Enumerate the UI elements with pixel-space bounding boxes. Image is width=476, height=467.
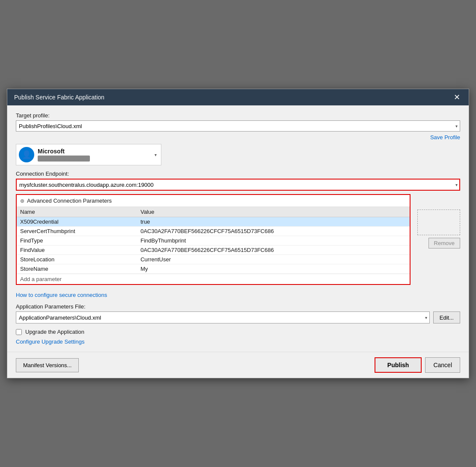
param-name-cell: ServerCertThumbprint xyxy=(17,227,137,236)
close-button[interactable]: ✕ xyxy=(452,93,462,101)
advanced-outer: ⊛ Advanced Connection Parameters Name Va… xyxy=(16,194,460,288)
table-row[interactable]: FindTypeFindByThumbprint xyxy=(17,236,410,245)
param-name-cell: StoreName xyxy=(17,264,137,274)
account-dropdown-arrow-icon: ▾ xyxy=(155,153,157,157)
footer-buttons: Manifest Versions... Publish Cancel xyxy=(7,352,469,378)
cancel-button[interactable]: Cancel xyxy=(425,357,460,373)
remove-button[interactable]: Remove xyxy=(428,238,460,248)
upgrade-checkbox-row: Upgrade the Application xyxy=(16,329,460,335)
manifest-versions-button[interactable]: Manifest Versions... xyxy=(16,358,79,372)
upgrade-checkbox[interactable] xyxy=(16,329,22,335)
title-bar: Publish Service Fabric Application ✕ xyxy=(7,89,469,105)
advanced-section: ⊛ Advanced Connection Parameters Name Va… xyxy=(16,194,411,285)
param-name-cell: X509Credential xyxy=(17,217,137,227)
param-value-cell: 0AC30A2FA770BEF566226CFCF75A6515D73FC686 xyxy=(137,245,410,255)
dashed-box xyxy=(417,210,460,235)
account-email: xxxxxxxxxxxxxxxxxxxx xyxy=(38,156,90,162)
advanced-collapse-icon: ⊛ xyxy=(20,198,24,204)
save-profile-row: Save Profile xyxy=(16,134,460,141)
upgrade-label[interactable]: Upgrade the Application xyxy=(25,329,84,335)
target-profile-select[interactable]: PublishProfiles\Cloud.xmlPublishProfiles… xyxy=(16,120,460,132)
param-name-cell: FindValue xyxy=(17,245,137,255)
param-value-cell: My xyxy=(137,264,410,274)
configure-upgrade-link[interactable]: Configure Upgrade Settings xyxy=(16,338,84,345)
how-to-link[interactable]: How to configure secure connections xyxy=(16,292,107,298)
app-params-label: Application Parameters File: xyxy=(16,303,460,310)
param-table: Name Value X509CredentialtrueServerCertT… xyxy=(17,207,410,274)
publish-dialog: Publish Service Fabric Application ✕ Tar… xyxy=(7,89,469,378)
account-avatar: 👤 xyxy=(19,147,34,162)
advanced-header-label: Advanced Connection Parameters xyxy=(27,198,112,204)
right-panel: Remove xyxy=(414,194,460,248)
table-row[interactable]: X509Credentialtrue xyxy=(17,217,410,227)
target-profile-dropdown-wrap: PublishProfiles\Cloud.xmlPublishProfiles… xyxy=(16,120,460,132)
col-value-header: Value xyxy=(137,207,410,217)
app-params-wrap: ApplicationParameters\Cloud.xml ▾ xyxy=(16,311,430,323)
app-params-row: ApplicationParameters\Cloud.xml ▾ Edit..… xyxy=(16,311,460,323)
param-value-cell: 0AC30A2FA770BEF566226CFCF75A6515D73FC686 xyxy=(137,227,410,236)
dialog-title: Publish Service Fabric Application xyxy=(14,94,104,101)
param-name-cell: StoreLocation xyxy=(17,255,137,264)
account-info: Microsoft xxxxxxxxxxxxxxxxxxxx xyxy=(38,148,149,162)
advanced-header[interactable]: ⊛ Advanced Connection Parameters xyxy=(17,195,410,207)
account-box[interactable]: 👤 Microsoft xxxxxxxxxxxxxxxxxxxx ▾ xyxy=(16,144,161,165)
target-profile-label: Target profile: xyxy=(16,112,460,119)
right-buttons: Publish Cancel xyxy=(375,357,460,373)
table-row[interactable]: StoreLocationCurrentUser xyxy=(17,255,410,264)
account-icon: 👤 xyxy=(22,150,31,159)
param-name-cell: FindType xyxy=(17,236,137,245)
col-name-header: Name xyxy=(17,207,137,217)
publish-button[interactable]: Publish xyxy=(375,357,422,373)
add-param-row[interactable]: Add a parameter xyxy=(17,274,410,284)
account-name: Microsoft xyxy=(38,148,149,155)
dialog-content: Target profile: PublishProfiles\Cloud.xm… xyxy=(7,105,469,352)
save-profile-link[interactable]: Save Profile xyxy=(430,134,460,141)
connection-endpoint-select[interactable]: mysfcluster.southcentralus.cloudapp.azur… xyxy=(16,179,460,191)
advanced-inner: ⊛ Advanced Connection Parameters Name Va… xyxy=(16,194,411,288)
param-value-cell: CurrentUser xyxy=(137,255,410,264)
endpoint-wrap: mysfcluster.southcentralus.cloudapp.azur… xyxy=(16,179,460,191)
app-params-select[interactable]: ApplicationParameters\Cloud.xml xyxy=(16,311,430,323)
table-row[interactable]: StoreNameMy xyxy=(17,264,410,274)
table-row[interactable]: FindValue0AC30A2FA770BEF566226CFCF75A651… xyxy=(17,245,410,255)
connection-endpoint-label: Connection Endpoint: xyxy=(16,171,460,177)
param-value-cell: FindByThumbprint xyxy=(137,236,410,245)
param-value-cell: true xyxy=(137,217,410,227)
table-row[interactable]: ServerCertThumbprint0AC30A2FA770BEF56622… xyxy=(17,227,410,236)
edit-button[interactable]: Edit... xyxy=(433,311,460,323)
